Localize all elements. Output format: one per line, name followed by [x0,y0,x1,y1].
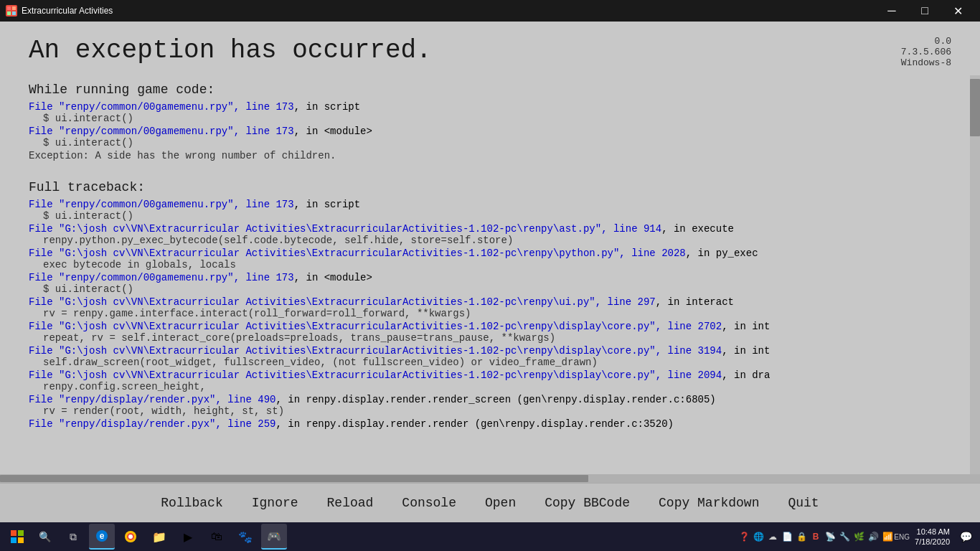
task-view-button[interactable]: ⧉ [60,524,86,550]
tray-volume-icon[interactable]: 🔊 [867,531,879,542]
tb-entry-2: File "G:\josh cv\VN\Extracurricular Acti… [29,223,941,246]
explorer-taskbar-icon[interactable]: 📁 [146,524,172,550]
tb-entry-9: File "renpy/display/render.pyx", line 49… [29,394,941,417]
svg-rect-7 [18,537,24,543]
svg-rect-4 [11,530,17,536]
rollback-button[interactable]: Rollback [161,493,222,513]
start-button[interactable] [6,525,29,548]
tray-app1-icon[interactable]: 📡 [824,531,836,542]
tb-file-link-3[interactable]: File "G:\josh cv\VN\Extracurricular Acti… [29,248,686,259]
exception-message: Exception: A side has the wrong number o… [29,150,941,161]
svg-rect-2 [7,11,11,15]
edge-taskbar-icon[interactable]: e [89,524,115,550]
tb-entry-4: File "renpy/common/00gamemenu.rpy", line… [29,272,941,295]
app1-taskbar-icon[interactable]: 🐾 [232,524,258,550]
tb-entry-10: File "renpy/display/render.pyx", line 25… [29,418,941,430]
scrollbar-thumb[interactable] [970,79,980,136]
tb-file-link-10[interactable]: File "renpy/display/render.pyx", line 25… [29,418,275,430]
while-running-section: While running game code: [29,83,941,97]
file-link-1[interactable]: File "renpy/common/00gamemenu.rpy", line… [29,101,294,113]
store-taskbar-icon[interactable]: 🛍 [204,524,230,550]
tb-file-link-8[interactable]: File "G:\josh cv\VN\Extracurricular Acti… [29,369,722,381]
title-bar-left: Extracurricular Activities [6,5,113,17]
tb-entry-7: File "G:\josh cv\VN\Extracurricular Acti… [29,345,941,368]
reload-button[interactable]: Reload [327,493,374,513]
error-body[interactable]: While running game code: File "renpy/com… [0,75,970,474]
tb-file-link-9[interactable]: File "renpy/display/render.pyx", line 49… [29,394,275,405]
taskbar-left: 🔍 ⧉ e 📁 ▶ 🛍 🐾 🎮 [6,524,287,550]
app-icon [6,5,17,17]
tb-file-link-4[interactable]: File "renpy/common/00gamemenu.rpy", line… [29,272,294,283]
window-controls: ─ □ ✕ [875,0,974,22]
tb-file-link-7[interactable]: File "G:\josh cv\VN\Extracurricular Acti… [29,345,722,357]
tb-entry-6: File "G:\josh cv\VN\Extracurricular Acti… [29,321,941,344]
tray-file-icon[interactable]: 📄 [781,531,793,542]
maximize-button[interactable]: □ [908,0,941,22]
tb-entry-5: File "G:\josh cv\VN\Extracurricular Acti… [29,296,941,319]
tray-security-icon[interactable]: 🔒 [796,531,807,542]
window-title: Extracurricular Activities [22,6,113,16]
tray-cloud-icon[interactable]: ☁ [767,531,778,542]
tb-entry-1: File "renpy/common/00gamemenu.rpy", line… [29,199,941,222]
tray-app2-icon[interactable]: 🔧 [839,531,850,542]
error-header: An exception has occurred. 0.0 7.3.5.606… [0,36,980,75]
game-taskbar-icon[interactable]: 🎮 [261,524,287,550]
tray-question-icon[interactable]: ❓ [738,531,750,542]
svg-rect-3 [12,11,16,15]
error-container: An exception has occurred. 0.0 7.3.5.606… [0,22,980,522]
h-scroll-thumb[interactable] [0,475,588,482]
tb-entry-8: File "G:\josh cv\VN\Extracurricular Acti… [29,369,941,392]
action-bar: Rollback Ignore Reload Console Open Copy… [0,483,980,522]
chrome-taskbar-icon[interactable] [118,524,143,550]
horizontal-scrollbar[interactable] [0,474,980,483]
media-taskbar-icon[interactable]: ▶ [175,524,201,550]
tb-entry-3: File "G:\josh cv\VN\Extracurricular Acti… [29,248,941,270]
search-taskbar-button[interactable]: 🔍 [32,524,57,550]
taskbar-right: ❓ 🌐 ☁ 📄 🔒 B 📡 🔧 🌿 🔊 📶 ENG 10:48 AM 7/18/… [738,525,974,549]
copy-markdown-button[interactable]: Copy Markdown [659,493,759,513]
minimize-button[interactable]: ─ [875,0,908,22]
content-row: While running game code: File "renpy/com… [0,75,980,474]
main-area: An exception has occurred. 0.0 7.3.5.606… [0,22,980,522]
vertical-scrollbar[interactable] [970,75,980,474]
file-link-2[interactable]: File "renpy/common/00gamemenu.rpy", line… [29,126,294,137]
tb-file-link-2[interactable]: File "G:\josh cv\VN\Extracurricular Acti… [29,223,661,235]
taskbar: 🔍 ⧉ e 📁 ▶ 🛍 🐾 🎮 [0,522,980,551]
tray-lang-icon[interactable]: ENG [896,531,908,542]
svg-rect-6 [11,537,17,543]
full-traceback-section: Full traceback: [29,180,941,194]
console-button[interactable]: Console [402,493,456,513]
copy-bbcode-button[interactable]: Copy BBCode [545,493,630,513]
tray-wifi-icon[interactable]: 📶 [882,531,893,542]
notification-icon[interactable]: 💬 [957,528,974,545]
version-info: 0.0 7.3.5.606 Windows-8 [901,36,951,68]
entry-1: File "renpy/common/00gamemenu.rpy", line… [29,101,941,124]
clock[interactable]: 10:48 AM 7/18/2020 [912,525,953,549]
tb-file-link-6[interactable]: File "G:\josh cv\VN\Extracurricular Acti… [29,321,722,332]
tb-file-link-1[interactable]: File "renpy/common/00gamemenu.rpy", line… [29,199,294,210]
svg-point-12 [128,534,133,539]
svg-rect-0 [7,6,11,10]
error-title: An exception has occurred. [29,36,432,65]
close-button[interactable]: ✕ [941,0,974,22]
open-button[interactable]: Open [485,493,516,513]
svg-rect-5 [18,530,24,536]
tb-file-link-5[interactable]: File "G:\josh cv\VN\Extracurricular Acti… [29,296,656,308]
title-bar: Extracurricular Activities ─ □ ✕ [0,0,980,22]
quit-button[interactable]: Quit [788,493,819,513]
entry-2: File "renpy/common/00gamemenu.rpy", line… [29,126,941,149]
system-tray: ❓ 🌐 ☁ 📄 🔒 B 📡 🔧 🌿 🔊 📶 ENG [738,531,908,542]
svg-rect-1 [12,6,16,10]
svg-text:e: e [100,531,105,541]
tray-app3-icon[interactable]: 🌿 [853,531,864,542]
tray-network-icon[interactable]: 🌐 [753,531,764,542]
ignore-button[interactable]: Ignore [252,493,298,513]
tray-b-icon[interactable]: B [810,531,821,542]
